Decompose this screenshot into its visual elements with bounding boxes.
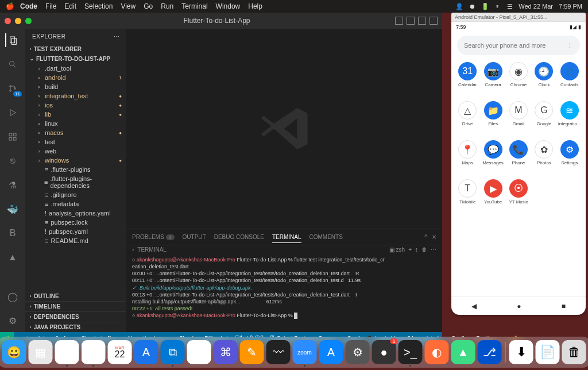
panel-maximize-icon[interactable]: ^ [424, 234, 427, 240]
account-icon[interactable]: ◯ [6, 290, 20, 303]
dock-chrome[interactable]: ◉ [55, 340, 79, 364]
menu-selection[interactable]: Selection [84, 2, 113, 10]
testing-icon[interactable]: ⚗ [6, 178, 20, 192]
battery-icon[interactable]: 🔋 [481, 3, 489, 10]
explorer-more-icon[interactable]: ⋯ [114, 33, 120, 40]
dock-calendar[interactable]: MAR22 [108, 340, 132, 364]
window-minimize-button[interactable] [15, 18, 21, 24]
dock-postman[interactable]: ◐ [425, 340, 449, 364]
dock-xcode[interactable]: A [134, 340, 158, 364]
dock-notif[interactable]: ●1 [372, 340, 396, 364]
dock-pages[interactable]: ✎ [240, 340, 264, 364]
layout-customize-icon[interactable] [430, 17, 438, 25]
menubar-time[interactable]: 7:59 PM [559, 3, 582, 10]
dock-zoom[interactable]: zoom [293, 340, 317, 364]
tree-item-analysis-options-yaml[interactable]: ! analysis_options.yaml [25, 209, 126, 218]
test-explorer-section[interactable]: ›TEST EXPLORER [25, 44, 126, 54]
tree-item-readme-md[interactable]: ≡ README.md [25, 236, 126, 245]
dock-finder[interactable]: 😀 [2, 340, 26, 364]
dock-trash[interactable]: 🗑 [562, 340, 586, 364]
settings-gear-icon[interactable]: ⚙ [6, 314, 20, 327]
debug-console-tab[interactable]: DEBUG CONSOLE [214, 232, 264, 242]
tree-item-android[interactable]: >android1 [25, 73, 126, 82]
menu-view[interactable]: View [121, 2, 136, 10]
explorer-icon[interactable] [5, 33, 19, 47]
app-photos[interactable]: ✿Photos [531, 140, 556, 177]
app-settings[interactable]: ⚙Settings [557, 140, 582, 177]
menu-terminal[interactable]: Terminal [181, 2, 207, 10]
dock-downloads[interactable]: ⬇ [509, 340, 533, 364]
app-tmobile[interactable]: TTMobile [455, 179, 480, 216]
app-integratio[interactable]: ≋integratio... [557, 101, 582, 138]
tree-item-integration-test[interactable]: >integration_test● [25, 91, 126, 101]
tree-item-windows[interactable]: >windows● [25, 156, 126, 165]
layout-panel-icon[interactable] [395, 17, 403, 25]
apple-icon[interactable]: 🍎 [6, 2, 14, 10]
menu-window[interactable]: Window [216, 2, 241, 10]
wifi-icon[interactable]: ᯤ [495, 3, 501, 10]
app-youtube[interactable]: ▶YouTube [480, 179, 505, 216]
tree-item-pubspec-lock[interactable]: ≡ pubspec.lock [25, 218, 126, 227]
tree-item-pubspec-yaml[interactable]: ! pubspec.yaml [25, 227, 126, 236]
split-terminal-icon[interactable]: ⫿ [415, 246, 418, 253]
tree-item-ios[interactable]: >ios● [25, 101, 126, 110]
app-phone[interactable]: 📞Phone [506, 140, 531, 177]
dock-launchpad[interactable]: ▦ [29, 340, 53, 364]
terminal-collapse-icon[interactable]: › [132, 246, 134, 253]
app-ytmusic[interactable]: ⦿YT Music [506, 179, 531, 216]
dock-android-studio[interactable]: ▲ [451, 340, 475, 364]
menu-help[interactable]: Help [248, 2, 262, 10]
run-debug-icon[interactable] [6, 106, 20, 120]
menu-run[interactable]: Run [161, 2, 173, 10]
tree-item--flutter-plugins[interactable]: ≡ .flutter-plugins [25, 165, 126, 174]
dock-doc[interactable]: 📄 [536, 340, 560, 364]
dock-git[interactable]: ⎇ [478, 340, 502, 364]
tree-item--gitignore[interactable]: ≡ .gitignore [25, 190, 126, 199]
outline-section[interactable]: ›OUTLINE [25, 291, 126, 301]
layout-secondary-icon[interactable] [418, 17, 426, 25]
azure-icon[interactable]: ▲ [6, 250, 20, 264]
panel-close-icon[interactable]: ✕ [432, 234, 436, 240]
terminal-more-icon[interactable]: ⋯ [431, 246, 436, 253]
problems-tab[interactable]: PROBLEMS4 [132, 232, 175, 242]
dock-reminders[interactable]: ☰ [187, 340, 211, 364]
project-section[interactable]: ⌄FLUTTER-TO-DO-LIST-APP [25, 54, 126, 64]
control-center-icon[interactable]: ☰ [507, 3, 513, 10]
terminal-output[interactable]: ○ akankshagupta@Akankshas-MacBook-Pro Fl… [126, 254, 442, 332]
record-icon[interactable]: ⏺ [469, 3, 475, 10]
emulator-search-bar[interactable]: Search your phone and more ⋮ [457, 36, 580, 55]
kill-terminal-icon[interactable]: 🗑 [421, 246, 427, 253]
comments-tab[interactable]: COMMENTS [310, 232, 343, 242]
dock-settings[interactable]: ⚙ [346, 340, 370, 364]
mic-icon[interactable]: ⋮ [567, 42, 573, 49]
app-maps[interactable]: 📍Maps [455, 140, 480, 177]
dependencies-section[interactable]: ›DEPENDENCIES [25, 311, 126, 322]
tree-item--metadata[interactable]: ≡ .metadata [25, 199, 126, 209]
window-close-button[interactable] [5, 18, 11, 24]
window-maximize-button[interactable] [25, 18, 32, 24]
nav-recents-button[interactable]: ■ [562, 302, 566, 310]
app-chrome[interactable]: ◉Chrome [506, 62, 531, 99]
app-files[interactable]: 📁Files [480, 101, 505, 138]
tree-item-linux[interactable]: >linux [25, 119, 126, 128]
dock-terminal[interactable]: >_ [399, 340, 423, 364]
menu-file[interactable]: File [45, 2, 56, 10]
new-terminal-icon[interactable]: + [408, 246, 412, 253]
menu-go[interactable]: Go [144, 2, 153, 10]
source-control-icon[interactable] [6, 82, 20, 95]
terminal-tab[interactable]: TERMINAL [272, 232, 301, 243]
tree-item-macos[interactable]: >macos● [25, 128, 126, 137]
app-gmail[interactable]: MGmail [506, 101, 531, 138]
tree-item-lib[interactable]: >lib● [25, 110, 126, 119]
tree-item--flutter-plugins-dependencies[interactable]: ≡ .flutter-plugins-dependencies [25, 174, 126, 190]
nav-home-button[interactable]: ● [517, 302, 521, 310]
shell-label[interactable]: ▣ zsh [389, 246, 405, 253]
timeline-section[interactable]: ›TIMELINE [25, 301, 126, 311]
app-drive[interactable]: △Drive [455, 101, 480, 138]
app-clock[interactable]: 🕘Clock [531, 62, 556, 99]
menu-edit[interactable]: Edit [64, 2, 76, 10]
app-messages[interactable]: 💬Messages [480, 140, 505, 177]
bookmark-icon[interactable]: B [6, 226, 20, 240]
output-tab[interactable]: OUTPUT [183, 232, 206, 242]
app-contacts[interactable]: 👤Contacts [557, 62, 582, 99]
